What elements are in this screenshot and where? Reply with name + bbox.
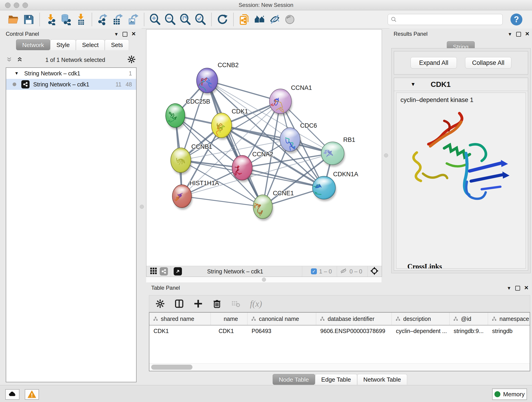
network-view-toolbar: String Network – cdk1 ✓ 1 – 0 0 – 0 [146,266,382,277]
gene-section: ▼ CDK1 cyclin–dependent kinase 1 [394,78,528,271]
network-node-CCNB2[interactable] [196,68,219,95]
column-header-database-identifier[interactable]: database identifier [316,313,392,325]
table-row[interactable]: CDK1CDK1P064939606.ENSP00000378699cyclin… [149,325,530,337]
tab-sets[interactable]: Sets [105,39,129,50]
right-splitter[interactable] [382,28,390,282]
results-panel-close-icon[interactable]: × [525,30,529,37]
control-panel-undock-icon[interactable] [123,32,127,37]
tab-select[interactable]: Select [76,39,105,50]
tab-network[interactable]: Network [16,39,50,50]
scrollbar-thumb[interactable] [151,365,192,370]
gene-description: cyclin–dependent kinase 1 [400,96,526,104]
collapse-all-networks-icon[interactable] [16,56,23,64]
node-label-CDC25B: CDC25B [186,98,210,105]
left-splitter[interactable] [138,28,146,385]
show-grid-icon[interactable] [150,267,157,276]
export-network-button[interactable] [96,13,109,26]
node-label-CCNA2: CCNA2 [252,151,273,158]
tab-node-table[interactable]: Node Table [273,374,315,385]
network-node-CDC25B[interactable] [164,104,186,129]
control-panel-float-icon[interactable]: ▼ [114,32,119,36]
gene-section-header[interactable]: ▼ CDK1 [394,78,528,91]
string-results-container: Expand All Collapse All ▼ CDK1 cyclin–de… [391,48,531,273]
import-network-button[interactable] [44,13,57,26]
table-panel-close-icon[interactable]: × [524,284,528,291]
search-box [388,14,503,25]
results-panel-undock-icon[interactable] [516,32,521,37]
collection-label: String Network – cdk1 [24,70,80,77]
warnings-button[interactable] [25,389,39,400]
birds-eye-view-icon[interactable] [370,267,379,276]
network-collection-row[interactable]: ▼ String Network – cdk1 1 [6,68,136,79]
node-label-CDKN1A: CDKN1A [333,171,358,178]
bottom-splitter[interactable] [146,276,381,283]
window-titlebar: Session: New Session [0,0,532,10]
table-panel-undock-icon[interactable] [515,286,520,291]
column-header-description[interactable]: description [392,313,450,325]
selected-nodes-checkbox[interactable]: ✓ [311,268,317,274]
import-table-button[interactable] [75,13,87,26]
search-input[interactable] [397,16,502,23]
column-header-shared-name[interactable]: shared name [149,313,211,325]
zoom-in-button[interactable] [149,13,162,26]
hidden-counts: 0 – 0 [349,268,362,275]
export-image-button[interactable] [127,13,139,26]
tab-edge-table[interactable]: Edge Table [315,374,357,385]
eye-button[interactable] [283,13,296,26]
help-button[interactable]: ? [510,13,522,26]
home-networks-button[interactable] [253,13,266,26]
memory-button[interactable]: Memory [492,389,527,400]
add-column-icon[interactable] [194,299,203,308]
delete-table-icon [231,299,240,308]
zoom-fit-button[interactable] [179,13,192,26]
tab-style[interactable]: Style [50,39,76,50]
network-node-CCNB1[interactable] [171,148,192,175]
collapse-all-button[interactable]: Collapse All [465,57,511,69]
table-panel-title: Table Panel [151,285,180,291]
node-label-RB1: RB1 [343,136,355,143]
refresh-button[interactable] [216,13,229,26]
open-session-button[interactable] [7,13,20,26]
select-columns-icon[interactable] [174,299,184,308]
column-header-name[interactable]: name [211,313,247,325]
import-network-from-database-button[interactable] [59,13,72,26]
network-share-icon[interactable] [160,267,168,275]
search-icon [391,16,397,23]
table-options-gear-icon[interactable] [156,299,165,308]
table-horizontal-scrollbar[interactable] [149,363,530,371]
zoom-out-button[interactable] [164,13,177,26]
node-label-HIST1H1A: HIST1H1A [190,180,219,186]
zoom-selected-button[interactable] [194,13,207,26]
results-panel-float-icon[interactable]: ▼ [508,32,512,36]
cloud-button[interactable] [5,389,19,400]
network-node-RB1[interactable] [321,142,345,167]
expand-all-networks-icon[interactable] [6,56,13,64]
column-header-namespace[interactable]: namespace [488,313,530,325]
export-table-button[interactable] [112,13,124,26]
network-row-selected[interactable]: String Network – cdk1 11 48 [6,79,136,90]
toggle-glass-design-button[interactable] [268,13,281,26]
current-network-name: String Network – cdk1 [207,268,263,275]
network-canvas[interactable]: CCNB2CCNA1CDC25BCDK1CDC6RB1CCNB1CCNA2CDK… [146,30,381,266]
node-label-CCNB2: CCNB2 [218,62,239,69]
copy-network-button[interactable] [238,13,251,26]
collection-expand-icon[interactable]: ▼ [14,71,19,76]
memory-label: Memory [503,391,525,398]
network-options-gear-icon[interactable] [127,55,136,64]
gene-details: cyclin–dependent kinase 1 [396,93,526,269]
open-in-window-icon[interactable] [174,267,182,275]
cloud-icon [8,390,17,399]
network-list-toolbar: 1 of 1 Network selected [6,54,136,65]
gene-collapse-icon[interactable]: ▼ [411,81,416,87]
tab-network-table[interactable]: Network Table [357,374,407,385]
control-panel-close-icon[interactable]: × [132,30,136,37]
network-node-CCNE1[interactable] [253,195,273,221]
collection-count: 1 [129,70,132,77]
expand-all-button[interactable]: Expand All [411,57,457,69]
delete-column-icon[interactable] [212,299,222,308]
table-panel-float-icon[interactable]: ▼ [507,286,511,290]
column-header-@id[interactable]: @id [450,313,488,325]
column-header-canonical-name[interactable]: canonical name [247,313,316,325]
save-session-button[interactable] [22,13,35,26]
hidden-eye-icon[interactable] [340,267,347,275]
